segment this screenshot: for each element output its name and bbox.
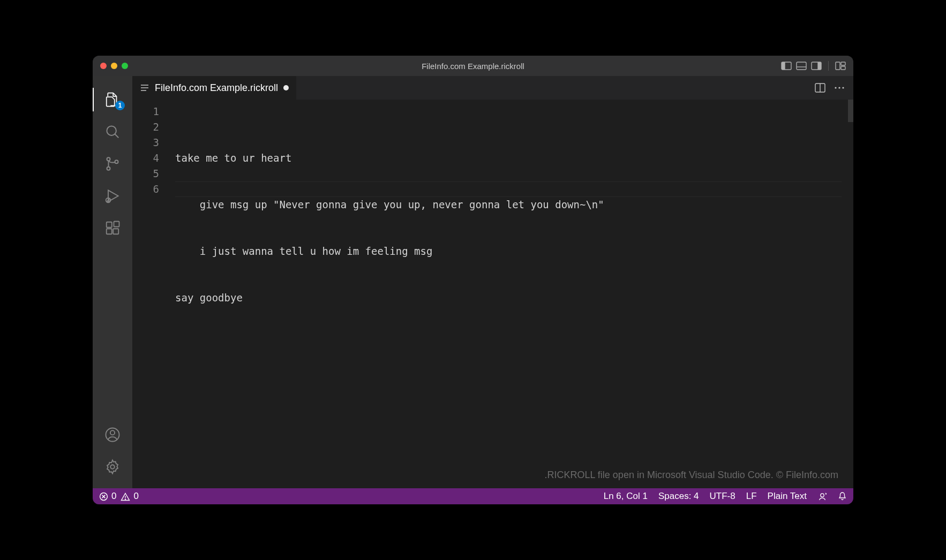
svg-point-23: [110, 465, 115, 469]
toggle-secondary-sidebar-icon[interactable]: [811, 62, 822, 70]
body-area: 1: [93, 76, 853, 488]
line-number: 1: [132, 104, 159, 119]
activity-run-debug[interactable]: [93, 180, 132, 212]
file-text-icon: [140, 84, 149, 92]
code-line[interactable]: give msg up "Never gonna give you up, ne…: [175, 197, 848, 213]
svg-point-22: [110, 430, 115, 435]
separator: [828, 61, 829, 71]
svg-rect-20: [114, 222, 119, 227]
svg-rect-2: [782, 62, 785, 70]
code-line[interactable]: take me to ur heart: [175, 150, 848, 166]
line-number: 4: [132, 150, 159, 166]
status-language-mode[interactable]: Plain Text: [768, 491, 807, 502]
svg-point-13: [107, 157, 110, 161]
activity-source-control[interactable]: [93, 148, 132, 180]
title-bar: FileInfo.com Example.rickroll: [93, 56, 853, 76]
svg-point-29: [835, 87, 836, 88]
split-editor-icon[interactable]: [815, 83, 825, 93]
traffic-lights: [100, 63, 128, 69]
code-line[interactable]: [175, 337, 848, 352]
svg-rect-9: [841, 62, 845, 65]
more-actions-icon[interactable]: [834, 86, 845, 89]
toggle-panel-icon[interactable]: [796, 62, 807, 70]
code-lines[interactable]: take me to ur heart give msg up "Never g…: [175, 100, 848, 488]
line-number: 6: [132, 181, 159, 197]
toggle-primary-sidebar-icon[interactable]: [781, 62, 792, 70]
svg-rect-18: [107, 229, 112, 234]
svg-point-11: [107, 126, 116, 135]
status-notifications-icon[interactable]: [838, 491, 847, 501]
svg-point-37: [821, 494, 824, 497]
status-warnings-count: 0: [133, 491, 138, 502]
line-number: 2: [132, 119, 159, 135]
explorer-badge: 1: [115, 101, 125, 110]
svg-line-12: [115, 134, 119, 138]
svg-point-15: [115, 160, 118, 163]
svg-rect-7: [818, 62, 821, 70]
activity-search[interactable]: [93, 116, 132, 148]
code-line[interactable]: i just wanna tell u how im feeling msg: [175, 244, 848, 259]
svg-point-31: [842, 87, 844, 88]
status-warnings[interactable]: 0: [121, 491, 138, 502]
title-bar-actions: [781, 61, 846, 71]
svg-rect-17: [107, 222, 112, 228]
window-title: FileInfo.com Example.rickroll: [422, 62, 524, 71]
status-encoding[interactable]: UTF-8: [710, 491, 735, 502]
tab-label: FileInfo.com Example.rickroll: [155, 82, 278, 94]
svg-point-36: [125, 498, 126, 499]
status-errors-count: 0: [111, 491, 116, 502]
line-number: 3: [132, 135, 159, 150]
window-minimize-button[interactable]: [111, 63, 117, 69]
status-eol[interactable]: LF: [746, 491, 757, 502]
tab-bar: FileInfo.com Example.rickroll: [132, 76, 853, 100]
svg-rect-8: [836, 62, 840, 70]
editor-tab[interactable]: FileInfo.com Example.rickroll: [132, 76, 297, 100]
code-line[interactable]: say goodbye: [175, 290, 848, 306]
code-line[interactable]: [175, 383, 848, 399]
status-cursor-position[interactable]: Ln 6, Col 1: [604, 491, 648, 502]
status-errors[interactable]: 0: [99, 491, 116, 502]
editor-content[interactable]: 1 2 3 4 5 6 take me to ur heart give msg…: [132, 100, 853, 488]
app-window: FileInfo.com Example.rickroll: [93, 56, 853, 504]
status-indentation[interactable]: Spaces: 4: [658, 491, 699, 502]
line-number-gutter: 1 2 3 4 5 6: [132, 100, 175, 488]
line-number: 5: [132, 166, 159, 181]
activity-settings[interactable]: [93, 451, 132, 483]
window-maximize-button[interactable]: [122, 63, 128, 69]
editor-area: FileInfo.com Example.rickroll: [132, 76, 853, 488]
svg-rect-3: [797, 62, 806, 70]
svg-point-30: [838, 87, 840, 88]
tab-actions: [806, 76, 853, 100]
scrollbar[interactable]: [848, 100, 853, 488]
svg-rect-10: [841, 66, 845, 70]
activity-bar: 1: [93, 76, 132, 488]
current-line-highlight: [175, 181, 842, 197]
activity-extensions[interactable]: [93, 212, 132, 244]
status-bar: 0 0 Ln 6, Col 1 Spaces: 4 UTF-8 LF: [93, 488, 853, 504]
activity-accounts[interactable]: [93, 419, 132, 451]
activity-explorer[interactable]: 1: [93, 84, 132, 116]
status-feedback-icon[interactable]: [817, 491, 827, 501]
watermark-text: .RICKROLL file open in Microsoft Visual …: [544, 467, 838, 483]
svg-point-14: [107, 167, 110, 170]
scroll-thumb[interactable]: [848, 100, 853, 122]
customize-layout-icon[interactable]: [835, 62, 846, 70]
tab-modified-indicator: [283, 85, 289, 90]
svg-rect-19: [113, 229, 118, 234]
window-close-button[interactable]: [100, 63, 107, 69]
